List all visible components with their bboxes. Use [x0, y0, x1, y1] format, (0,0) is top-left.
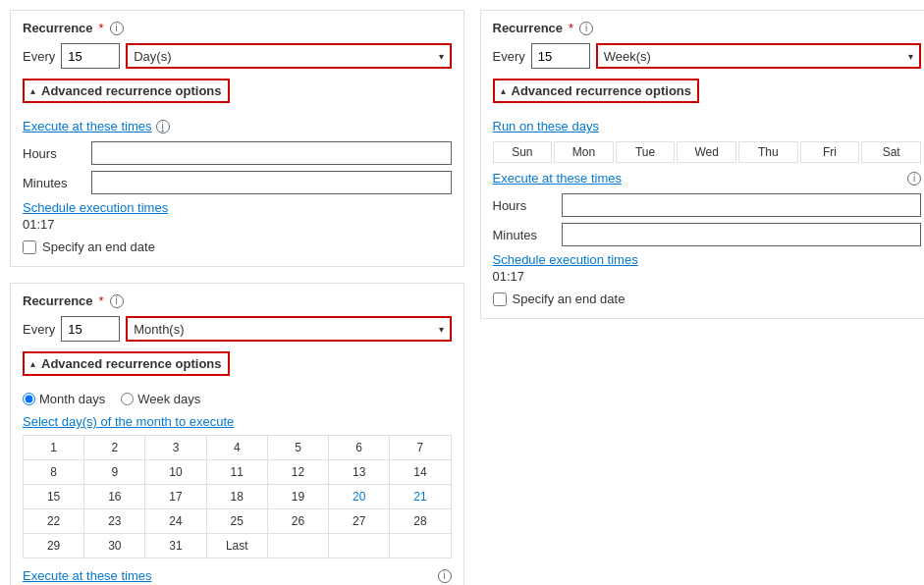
- cal-cell[interactable]: 27: [329, 509, 390, 534]
- cal-cell[interactable]: 1: [24, 436, 84, 460]
- cal-cell[interactable]: 30: [84, 534, 145, 558]
- week-hours-input[interactable]: [562, 193, 922, 217]
- month-recurrence-label: Recurrence: [23, 293, 93, 308]
- day-minutes-input[interactable]: [91, 171, 452, 194]
- day-cell-sun[interactable]: Sun: [493, 141, 553, 163]
- week-unit-label: Week(s): [604, 49, 651, 64]
- week-every-input[interactable]: [531, 43, 590, 69]
- day-cell-thu[interactable]: Thu: [738, 141, 798, 163]
- cal-cell[interactable]: 15: [24, 485, 84, 509]
- run-on-days-link[interactable]: Run on these days: [493, 119, 922, 133]
- week-hours-row: Hours: [493, 193, 922, 217]
- cal-cell[interactable]: 4: [207, 436, 268, 460]
- cal-cell[interactable]: 22: [24, 509, 84, 534]
- month-execute-info-icon[interactable]: i: [438, 569, 452, 583]
- cal-cell[interactable]: 2: [84, 436, 145, 460]
- day-execute-info-icon[interactable]: i: [156, 120, 170, 133]
- day-dropdown-arrow: ▾: [439, 51, 444, 62]
- day-cell-wed[interactable]: Wed: [677, 141, 736, 163]
- month-recurrence-block: Recurrence * i Every Month(s) ▾ ▴ Advanc…: [10, 283, 464, 585]
- cal-row: 22232425262728: [24, 509, 451, 534]
- day-schedule-link[interactable]: Schedule execution times: [23, 200, 452, 215]
- month-advanced-label: Advanced recurrence options: [41, 356, 222, 371]
- week-minutes-row: Minutes: [493, 223, 922, 246]
- month-days-radio[interactable]: [23, 393, 35, 405]
- cal-cell[interactable]: 28: [390, 509, 450, 534]
- week-minutes-input[interactable]: [562, 223, 922, 246]
- day-cell-mon[interactable]: Mon: [554, 141, 614, 163]
- month-every-input[interactable]: [61, 316, 120, 342]
- cal-cell[interactable]: 26: [268, 509, 329, 534]
- week-unit-dropdown[interactable]: Week(s) ▾: [596, 43, 921, 69]
- day-minutes-label: Minutes: [23, 176, 91, 190]
- cal-cell[interactable]: 24: [145, 509, 206, 534]
- week-end-date-checkbox[interactable]: [493, 292, 507, 306]
- week-info-icon[interactable]: i: [579, 22, 593, 35]
- cal-cell[interactable]: 9: [84, 460, 145, 485]
- day-advanced-arrow: ▴: [30, 85, 35, 96]
- cal-cell[interactable]: 5: [268, 436, 329, 460]
- week-execute-link[interactable]: Execute at these times: [493, 171, 623, 186]
- week-execute-info-icon[interactable]: i: [907, 172, 921, 186]
- cal-cell[interactable]: 16: [84, 485, 145, 509]
- month-info-icon[interactable]: i: [110, 294, 124, 308]
- cal-cell[interactable]: Last: [207, 534, 268, 558]
- cal-cell[interactable]: 18: [207, 485, 268, 509]
- week-minutes-label: Minutes: [493, 228, 562, 242]
- cal-cell[interactable]: 31: [145, 534, 206, 558]
- day-minutes-row: Minutes: [23, 171, 452, 194]
- day-end-date-checkbox[interactable]: [23, 240, 36, 254]
- cal-row: 891011121314: [24, 460, 451, 485]
- cal-cell[interactable]: 13: [329, 460, 390, 485]
- month-advanced-toggle[interactable]: ▴ Advanced recurrence options: [23, 351, 230, 376]
- cal-cell[interactable]: 19: [268, 485, 329, 509]
- days-row: SunMonTueWedThuFriSat: [493, 141, 922, 163]
- cal-cell[interactable]: 10: [145, 460, 206, 485]
- month-days-radio-option[interactable]: Month days: [23, 392, 105, 406]
- cal-cell[interactable]: 14: [390, 460, 450, 485]
- day-info-icon[interactable]: i: [110, 22, 124, 35]
- day-advanced-toggle[interactable]: ▴ Advanced recurrence options: [23, 79, 230, 103]
- cal-cell[interactable]: 17: [145, 485, 206, 509]
- day-end-date-label: Specify an end date: [42, 239, 155, 254]
- week-schedule-link[interactable]: Schedule execution times: [493, 252, 922, 267]
- week-advanced-label: Advanced recurrence options: [512, 83, 692, 98]
- day-cell-fri[interactable]: Fri: [800, 141, 860, 163]
- week-recurrence-block: Recurrence * i Every Week(s) ▾ ▴ Advance…: [480, 10, 925, 319]
- day-required-star: *: [99, 21, 104, 35]
- day-execute-link[interactable]: Execute at these times i: [23, 119, 452, 133]
- cal-cell[interactable]: 8: [24, 460, 84, 485]
- week-end-date-label: Specify an end date: [513, 292, 625, 306]
- week-days-radio-option[interactable]: Week days: [121, 392, 200, 406]
- week-advanced-toggle[interactable]: ▴ Advanced recurrence options: [493, 79, 700, 103]
- cal-cell[interactable]: 3: [145, 436, 206, 460]
- select-days-link[interactable]: Select day(s) of the month to execute: [23, 414, 452, 429]
- day-hours-input[interactable]: [91, 141, 452, 165]
- cal-cell[interactable]: 11: [207, 460, 268, 485]
- cal-cell[interactable]: 7: [390, 436, 450, 460]
- cal-cell[interactable]: 25: [207, 509, 268, 534]
- day-every-input[interactable]: [61, 43, 120, 69]
- cal-row: 1234567: [24, 436, 451, 460]
- cal-cell[interactable]: 23: [84, 509, 145, 534]
- month-unit-dropdown[interactable]: Month(s) ▾: [126, 316, 451, 342]
- day-every-label: Every: [23, 49, 55, 64]
- week-every-row: Every Week(s) ▾: [493, 43, 922, 69]
- cal-cell[interactable]: 12: [268, 460, 329, 485]
- cal-cell[interactable]: 21: [390, 485, 450, 509]
- week-recurrence-header: Recurrence * i: [493, 21, 922, 35]
- week-days-radio-label: Week days: [137, 392, 200, 406]
- day-schedule-time: 01:17: [23, 217, 452, 232]
- day-end-date-row: Specify an end date: [23, 239, 452, 254]
- calendar-grid: 1234567891011121314151617181920212223242…: [23, 435, 452, 558]
- month-dropdown-arrow: ▾: [439, 324, 444, 335]
- day-unit-dropdown[interactable]: Day(s) ▾: [126, 43, 451, 69]
- cal-cell[interactable]: 6: [329, 436, 390, 460]
- cal-cell[interactable]: 29: [24, 534, 84, 558]
- day-hours-row: Hours: [23, 141, 452, 165]
- day-cell-sat[interactable]: Sat: [861, 141, 921, 163]
- week-days-radio[interactable]: [121, 393, 134, 405]
- cal-cell[interactable]: 20: [329, 485, 390, 509]
- day-cell-tue[interactable]: Tue: [616, 141, 676, 163]
- month-execute-link[interactable]: Execute at these times: [23, 568, 152, 583]
